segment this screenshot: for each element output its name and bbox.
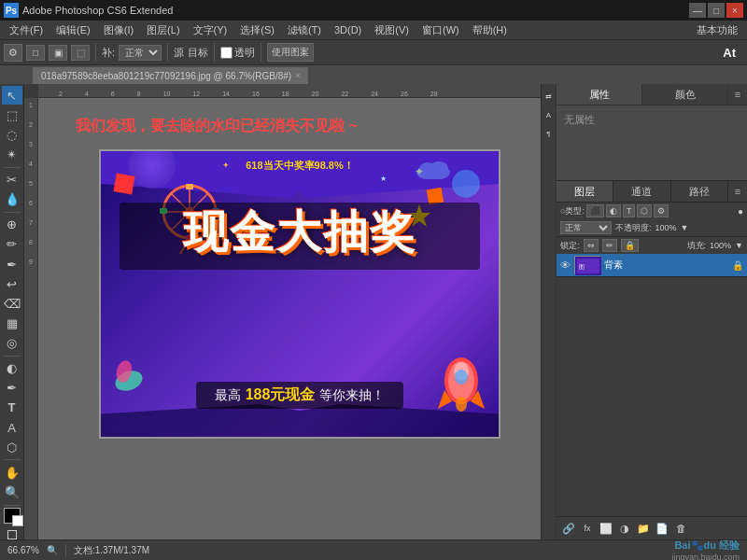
tab-close-btn[interactable]: ×: [295, 68, 300, 84]
menu-text[interactable]: 文字(Y): [188, 21, 233, 39]
tool-move[interactable]: ↖: [2, 86, 22, 105]
panel-menu-btn[interactable]: ≡: [728, 84, 747, 105]
tool-path-select[interactable]: A: [2, 418, 22, 437]
workspace-preset[interactable]: 基本功能: [691, 23, 743, 37]
maximize-button[interactable]: □: [708, 3, 725, 18]
menu-filter[interactable]: 滤镜(T): [282, 21, 327, 39]
right-mini-toolbar: ⇄ A ¶: [541, 84, 556, 539]
filter-toggle-btn[interactable]: ●: [738, 206, 743, 217]
tool-crop[interactable]: ✂: [2, 170, 22, 189]
add-adj-btn[interactable]: ◑: [616, 520, 633, 537]
menu-file[interactable]: 文件(F): [4, 21, 49, 39]
tool-gradient[interactable]: ▦: [2, 314, 22, 332]
at-indicator: At: [723, 46, 743, 60]
tool-marquee[interactable]: ⬚: [2, 105, 22, 124]
options-btn1[interactable]: □: [26, 45, 45, 61]
filter-smart-btn[interactable]: ⚙: [654, 204, 669, 217]
minimize-button[interactable]: —: [689, 3, 706, 18]
layer-visibility-icon[interactable]: 👁: [560, 259, 571, 271]
tool-shape[interactable]: ⬡: [2, 438, 22, 456]
menu-bar: 文件(F) 编辑(E) 图像(I) 图层(L) 文字(Y) 选择(S) 滤镜(T…: [0, 21, 747, 39]
lock-pixels-btn[interactable]: ✏: [602, 239, 617, 252]
layers-tab-layers[interactable]: 图层: [557, 181, 613, 202]
mini-tool-2[interactable]: A: [543, 106, 556, 123]
quick-mask-icon[interactable]: [7, 530, 17, 539]
menu-3d[interactable]: 3D(D): [329, 21, 367, 39]
gift-box-1: [113, 173, 134, 194]
app-title: Adobe Photoshop CS6 Extended: [22, 5, 173, 16]
panel-tab-properties[interactable]: 属性: [557, 84, 642, 105]
tool-pen[interactable]: ✒: [2, 379, 22, 398]
tool-healing[interactable]: ⊕: [2, 216, 22, 234]
panel-tab-color[interactable]: 颜色: [642, 84, 728, 105]
banner-sub-normal1: 最高: [215, 387, 241, 402]
menu-view[interactable]: 视图(V): [369, 21, 415, 39]
right-panel: 属性 颜色 ≡ 无属性 图层 通道 路径 ≡ ○类型: ⬛ ◐ T ⬡: [556, 84, 747, 539]
banner-618-text: 618当天中奖率98.8%！: [246, 159, 354, 173]
cloud-icon: [415, 156, 452, 179]
deco-circle-2: [452, 170, 480, 198]
close-button[interactable]: ×: [726, 3, 743, 18]
tool-magic-wand[interactable]: ✴: [2, 145, 22, 163]
lock-label: 锁定:: [560, 240, 580, 252]
tool-clone[interactable]: ✒: [2, 255, 22, 273]
kind-label: ○类型:: [560, 205, 585, 217]
add-mask-btn[interactable]: ⬜: [598, 520, 614, 537]
banner-image[interactable]: 618当天中奖率98.8%！: [99, 149, 500, 439]
layers-tab-paths[interactable]: 路径: [671, 181, 728, 202]
filter-adj-btn[interactable]: ◐: [606, 204, 621, 217]
layers-menu-btn[interactable]: ≡: [728, 181, 747, 202]
menu-window[interactable]: 窗口(W): [416, 21, 465, 39]
options-btn3[interactable]: ⬚: [71, 45, 90, 61]
menu-select[interactable]: 选择(S): [234, 21, 280, 39]
main-area: ↖ ⬚ ◌ ✴ ✂ 💧 ⊕ ✏ ✒ ↩ ⌫ ▦ ◎ ◐ ✒ T A ⬡ ✋ 🔍: [0, 84, 747, 539]
menu-layer[interactable]: 图层(L): [141, 21, 185, 39]
use-pattern-btn[interactable]: 使用图案: [267, 43, 314, 62]
target-label: 目标: [188, 46, 208, 60]
options-btn2[interactable]: ▣: [49, 45, 67, 61]
filter-text-btn[interactable]: T: [623, 204, 636, 217]
layer-row-background[interactable]: 👁 图 背素 🔒: [557, 254, 747, 277]
filter-pixel-btn[interactable]: ⬛: [586, 204, 604, 217]
lock-all-btn[interactable]: 🔒: [621, 239, 639, 252]
document-tab[interactable]: 018a97589c8eeba801219c77092196.jpg @ 66.…: [33, 67, 308, 84]
tool-brush[interactable]: ✏: [2, 235, 22, 254]
foreground-color[interactable]: [4, 508, 21, 524]
ruler-corner: [24, 84, 38, 98]
instruction-text: 我们发现，要去除的水印已经消失不见啦 ~: [76, 117, 358, 136]
link-layers-btn[interactable]: 🔗: [560, 520, 577, 537]
blend-mode-select[interactable]: 正常: [560, 221, 612, 234]
add-style-btn[interactable]: fx: [579, 520, 596, 537]
tool-history-brush[interactable]: ↩: [2, 274, 22, 293]
menu-help[interactable]: 帮助(H): [467, 21, 513, 39]
tool-eyedropper[interactable]: 💧: [2, 190, 22, 209]
transparency-checkbox[interactable]: [220, 47, 233, 59]
options-tool-presets[interactable]: ⚙: [4, 44, 22, 62]
tool-hand[interactable]: ✋: [2, 463, 22, 482]
tool-lasso[interactable]: ◌: [2, 125, 22, 144]
menu-image[interactable]: 图像(I): [98, 21, 139, 39]
patch-mode-select[interactable]: 正常: [119, 45, 162, 61]
new-layer-btn[interactable]: 📄: [654, 520, 670, 537]
transparency-label: 透明: [234, 46, 255, 60]
filter-shape-btn[interactable]: ⬡: [637, 204, 652, 217]
tool-zoom[interactable]: 🔍: [2, 483, 22, 501]
tool-blur[interactable]: ◎: [2, 334, 22, 353]
lock-position-btn[interactable]: ⇔: [584, 239, 599, 252]
layer-name-label: 背素: [604, 259, 728, 272]
background-color[interactable]: [12, 515, 23, 526]
tab-bar: 018a97589c8eeba801219c77092196.jpg @ 66.…: [0, 65, 747, 84]
delete-layer-btn[interactable]: 🗑: [672, 520, 689, 537]
tool-text[interactable]: T: [2, 399, 22, 417]
menu-edit[interactable]: 编辑(E): [50, 21, 96, 39]
new-group-btn[interactable]: 📁: [635, 520, 652, 537]
mini-tool-3[interactable]: ¶: [543, 125, 556, 142]
star-2: ★: [380, 175, 387, 183]
mini-tool-1[interactable]: ⇄: [543, 88, 556, 105]
tool-eraser[interactable]: ⌫: [2, 294, 22, 313]
lock-row: 锁定: ⇔ ✏ 🔒 填充: 100% ▼: [557, 237, 747, 254]
layers-bottom-bar: 🔗 fx ⬜ ◑ 📁 📄 🗑: [557, 516, 747, 539]
tool-dodge[interactable]: ◐: [2, 359, 22, 378]
layers-tab-channels[interactable]: 通道: [613, 181, 670, 202]
panel-tabs: 属性 颜色 ≡: [557, 84, 747, 105]
